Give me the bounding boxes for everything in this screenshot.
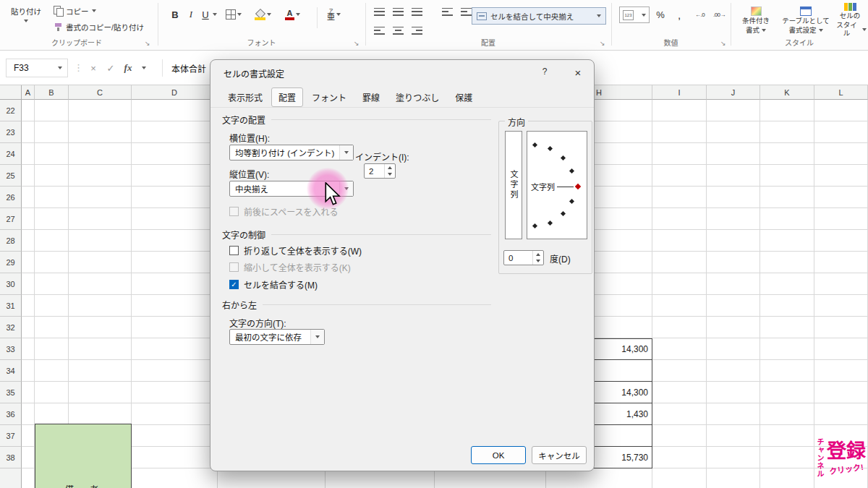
cell-A36[interactable]: [22, 403, 35, 425]
cell-J37[interactable]: [707, 425, 760, 447]
cell-K30[interactable]: [760, 273, 814, 295]
format-as-table-button[interactable]: テーブルとして 書式設定: [780, 1, 832, 39]
cell-C27[interactable]: [69, 208, 132, 230]
spinner-down-icon[interactable]: [533, 258, 543, 265]
column-header-K[interactable]: K: [760, 85, 814, 100]
cancel-entry-button[interactable]: ×: [85, 60, 101, 76]
cell-J33[interactable]: [707, 338, 760, 360]
cell-D33[interactable]: [132, 338, 218, 360]
cell-C25[interactable]: [69, 165, 132, 187]
cell-K27[interactable]: [760, 208, 814, 230]
orientation-tick-icon[interactable]: [532, 142, 537, 147]
indent-stepper[interactable]: 2: [364, 163, 396, 179]
cell-K35[interactable]: [760, 382, 814, 403]
name-box[interactable]: F33: [6, 59, 68, 77]
cell-D30[interactable]: [132, 273, 218, 295]
cell-I35[interactable]: [652, 382, 707, 403]
font-color-button[interactable]: A: [285, 7, 300, 22]
cell-F[interactable]: [326, 468, 435, 488]
cell-B27[interactable]: [35, 208, 69, 230]
spinner-down-icon[interactable]: [385, 171, 395, 179]
name-box-resize-handle[interactable]: ⋮: [74, 62, 83, 73]
cell-J29[interactable]: [707, 252, 760, 273]
merge-cells-checkbox[interactable]: セルを結合する(M): [229, 278, 318, 290]
dialog-tab-表示形式[interactable]: 表示形式: [221, 87, 270, 107]
cell-K31[interactable]: [760, 295, 814, 317]
merge-center-button[interactable]: セルを結合して中央揃え: [472, 7, 606, 25]
dialog-tab-保護[interactable]: 保護: [448, 87, 480, 107]
cell-E[interactable]: [218, 468, 326, 488]
cell-J32[interactable]: [707, 317, 760, 338]
paste-button[interactable]: 貼り付け: [6, 1, 46, 38]
cell-I32[interactable]: [652, 317, 707, 338]
cell-J31[interactable]: [707, 295, 760, 317]
align-top-button[interactable]: [371, 4, 387, 19]
cell-I29[interactable]: [652, 252, 707, 273]
align-right-button[interactable]: [409, 23, 425, 38]
cell-I33[interactable]: [652, 338, 707, 360]
cell-I31[interactable]: [652, 295, 707, 317]
dialog-tab-塗りつぶし[interactable]: 塗りつぶし: [388, 87, 446, 107]
increase-decimal-button[interactable]: ←.0: [691, 7, 709, 22]
cell-K22[interactable]: [760, 100, 814, 121]
column-header-I[interactable]: I: [652, 85, 707, 100]
orientation-tick-icon[interactable]: [548, 221, 553, 226]
cell-D34[interactable]: [132, 360, 218, 382]
align-middle-button[interactable]: [390, 4, 406, 19]
spinner-up-icon[interactable]: [533, 251, 543, 258]
formula-content[interactable]: 本体合計: [171, 62, 206, 74]
decrease-decimal-button[interactable]: .00→: [710, 7, 728, 22]
cancel-button[interactable]: キャンセル: [532, 446, 587, 464]
number-format-dropdown[interactable]: 123: [619, 7, 650, 23]
orientation-tick-icon[interactable]: [561, 211, 566, 216]
cell-I22[interactable]: [652, 100, 707, 121]
format-painter-button[interactable]: 書式のコピー/貼り付け: [54, 20, 144, 34]
align-bottom-button[interactable]: [409, 4, 425, 19]
cell-K33[interactable]: [760, 338, 814, 360]
cell-D27[interactable]: [132, 208, 218, 230]
column-header-L[interactable]: L: [814, 85, 868, 100]
cell-A26[interactable]: [22, 187, 35, 208]
cell-L26[interactable]: [814, 187, 868, 208]
cell-A35[interactable]: [22, 382, 35, 403]
cell-D35[interactable]: [132, 382, 218, 403]
dialog-tab-フォント[interactable]: フォント: [305, 87, 354, 107]
cell-C33[interactable]: [69, 338, 132, 360]
dialog-tab-配置[interactable]: 配置: [271, 87, 303, 107]
row-header-31[interactable]: 31: [0, 295, 22, 317]
orientation-tick-icon[interactable]: [561, 155, 566, 160]
percent-style-button[interactable]: %: [653, 7, 668, 22]
merged-note-cell[interactable]: 備 考: [35, 424, 132, 488]
cell-C34[interactable]: [69, 360, 132, 382]
cell-C24[interactable]: [69, 143, 132, 165]
cell-D28[interactable]: [132, 230, 218, 252]
orientation-selected-icon[interactable]: [575, 184, 581, 189]
cell-K24[interactable]: [760, 143, 814, 165]
cell-A28[interactable]: [22, 230, 35, 252]
cell-L29[interactable]: [814, 252, 868, 273]
cell-K36[interactable]: [760, 403, 814, 425]
ok-button[interactable]: OK: [471, 446, 526, 464]
cell-B35[interactable]: [35, 382, 69, 403]
fill-color-button[interactable]: [255, 7, 271, 22]
cell-B31[interactable]: [35, 295, 69, 317]
cell-C35[interactable]: [69, 382, 132, 403]
horizontal-select[interactable]: 均等割り付け (インデント): [229, 145, 354, 160]
orientation-tick-icon[interactable]: [569, 168, 574, 174]
wrap-text-checkbox[interactable]: 折り返して全体を表示する(W): [229, 244, 362, 256]
cell-D37[interactable]: [132, 425, 218, 447]
cell-D22[interactable]: [132, 100, 218, 121]
row-header-26[interactable]: 26: [0, 187, 22, 208]
cell-J38[interactable]: [707, 447, 760, 468]
alignment-dialog-launcher-icon[interactable]: [600, 40, 605, 47]
cell-I[interactable]: [652, 468, 707, 488]
align-left-button[interactable]: [371, 23, 387, 38]
orientation-tick-icon[interactable]: [569, 199, 574, 204]
cell-D36[interactable]: [132, 403, 218, 425]
cell-J35[interactable]: [707, 382, 760, 403]
cell-A24[interactable]: [22, 143, 35, 165]
cell-A27[interactable]: [22, 208, 35, 230]
dropdown-arrow[interactable]: [339, 145, 353, 160]
orientation-dial[interactable]: 文字列: [527, 131, 587, 239]
underline-button[interactable]: U: [198, 7, 213, 22]
